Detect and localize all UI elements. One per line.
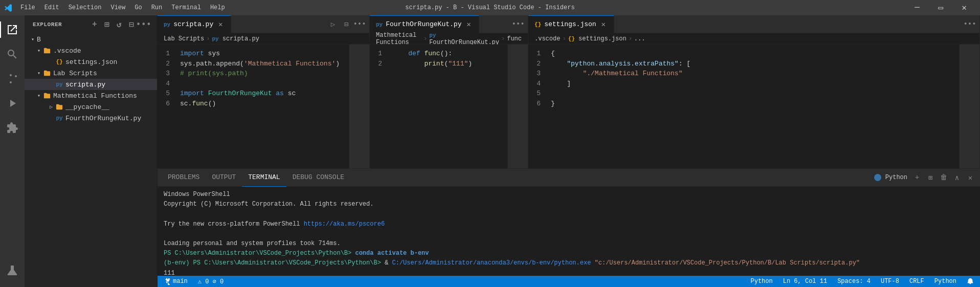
tab-debug-console[interactable]: DEBUG CONSOLE [286,169,350,187]
sidebar-new-file-btn[interactable]: + [90,19,100,30]
tree-item-scripta-py[interactable]: ▷ py scripta.py [25,79,157,90]
activity-testing[interactable] [0,258,25,283]
status-spaces[interactable]: Spaces: 4 [835,276,873,287]
code-editor-1[interactable]: 1 2 3 4 5 6 import sys sys.path.append('… [158,45,369,168]
more-actions-btn-2[interactable]: ••• [513,18,524,30]
editor-pane-2: py FourthOrRungeKut.py ✕ ••• Mathmetical… [370,15,528,168]
tree-item-B[interactable]: ▾ B [25,34,157,45]
status-branch[interactable]: main [162,276,190,287]
menu-selection[interactable]: Selection [64,3,106,12]
tab-fourthor-py[interactable]: py FourthOrRungeKut.py ✕ [370,15,479,33]
more-actions-btn-3[interactable]: ••• [964,18,975,30]
tab-close-fourthor[interactable]: ✕ [464,20,473,29]
line-num-3-3: 3 [528,69,545,79]
terminal-chevron-up[interactable]: ∧ [951,172,963,183]
status-notifications[interactable] [965,276,976,287]
tree-item-pycache[interactable]: ▷ __pycache__ [25,101,157,113]
sidebar-more-btn[interactable]: ••• [139,19,149,30]
tab-terminal[interactable]: TERMINAL [242,169,286,187]
maximize-button[interactable]: ▭ [929,0,952,15]
activity-source-control[interactable] [0,67,25,91]
folder-icon-vscode [43,47,51,55]
status-position[interactable]: Ln 6, Col 11 [781,276,829,287]
sidebar-refresh-btn[interactable]: ↺ [114,19,124,30]
tab-close-scripta[interactable]: ✕ [216,20,225,29]
tab-output[interactable]: OUTPUT [206,169,242,187]
tab-scripta-py[interactable]: py scripta.py ✕ [158,15,231,33]
breadcrumb-settings-file[interactable]: {} settings.json [568,35,627,42]
menu-terminal[interactable]: Terminal [167,3,205,12]
breadcrumb-fourthor-file[interactable]: py FourthOrRungeKut.py [429,32,499,46]
code-editor-2[interactable]: 1 2 def func(): print("111") [370,45,528,168]
tree-item-vscode[interactable]: ▾ .vscode [25,45,157,56]
menu-run[interactable]: Run [147,3,167,12]
minimize-button[interactable]: ─ [905,0,929,15]
line-num-3-2: 2 [528,59,545,69]
run-button-1[interactable]: ▷ [327,18,339,30]
status-lang[interactable]: Python [932,276,959,287]
status-eol[interactable]: CRLF [907,276,926,287]
breadcrumb-item-scripta[interactable]: py scripta.py [212,35,259,42]
more-actions-btn-1[interactable]: ••• [354,18,365,30]
title-bar: File Edit Selection View Go Run Terminal… [0,0,980,15]
code-content-2: def func(): print("111") [390,45,507,168]
editor-area: py scripta.py ✕ ▷ ⊟ ••• Lab Scripts › py [158,15,980,287]
line-num-3-6: 6 [528,99,545,109]
line-numbers-1: 1 2 3 4 5 6 [158,45,178,168]
split-editor-btn-1[interactable]: ⊟ [341,18,352,30]
tree-item-lab-scripts[interactable]: ▾ Lab Scripts [25,68,157,79]
activity-bar [0,15,25,287]
tab-icon-fourthor: py [376,21,383,28]
tab-problems[interactable]: PROBLEMS [162,169,206,187]
menu-go[interactable]: Go [130,3,146,12]
breadcrumb-sep-3b: › [629,35,632,42]
tree-item-fourthor-py[interactable]: ▷ py FourthOrRungeKut.py [25,113,157,124]
tree-label-settings-json: settings.json [65,58,117,66]
minimap-2 [507,45,528,168]
breadcrumb-mathmetical[interactable]: Mathmetical Functions [376,32,421,46]
tree-item-settings-json[interactable]: ▷ {} settings.json [25,56,157,68]
sidebar-new-folder-btn[interactable]: ⊞ [102,19,112,30]
status-lang-text: Python [934,278,956,285]
terminal-close-btn[interactable]: ✕ [965,172,976,183]
tree-arrow-pycache: ▷ [47,104,55,110]
breadcrumb-item-lab-scripts[interactable]: Lab Scripts [164,35,204,42]
tab-settings-json[interactable]: {} settings.json ✕ [528,15,614,33]
bell-icon [967,278,974,285]
close-button[interactable]: ✕ [952,0,976,15]
menu-file[interactable]: File [16,3,39,12]
activity-run-debug[interactable] [0,91,25,116]
terminal-add-btn[interactable]: + [911,172,923,183]
svg-point-0 [874,174,881,181]
vscode-logo [4,4,12,12]
tree-label-vscode: .vscode [53,47,81,55]
status-python[interactable]: Python [749,276,775,287]
tree-item-mathmetical-functions[interactable]: ▾ Mathmetical Functions [25,90,157,101]
breadcrumb-ellipsis[interactable]: ... [634,35,645,42]
sidebar-header: Explorer + ⊞ ↺ ⊟ ••• [25,15,157,34]
status-errors[interactable]: ⚠ 0 ⊘ 0 [196,276,226,287]
minimap-3 [959,45,979,168]
activity-extensions[interactable] [0,116,25,140]
menu-edit[interactable]: Edit [40,3,63,12]
terminal-panel: PROBLEMS OUTPUT TERMINAL DEBUG CONSOLE P… [158,168,980,276]
tree-label-pycache: __pycache__ [65,103,109,111]
tab-close-settings[interactable]: ✕ [599,20,608,29]
menu-help[interactable]: Help [206,3,229,12]
line-num-3-5: 5 [528,89,545,99]
breadcrumb-vscode[interactable]: .vscode [534,35,560,42]
activity-explorer[interactable] [0,17,25,42]
terminal-split-btn[interactable]: ⊞ [925,172,936,183]
menu-view[interactable]: View [106,3,129,12]
code-editor-3[interactable]: 1 2 3 4 5 6 { "python.analysis.extraPath… [528,45,979,168]
terminal-body[interactable]: Windows PowerShell Copyright (C) Microso… [158,187,980,276]
testing-icon[interactable] [0,258,25,283]
activity-search[interactable] [0,42,25,67]
sidebar-collapse-btn[interactable]: ⊟ [126,19,137,30]
terminal-kill-btn[interactable]: 🗑 [938,172,949,183]
breadcrumb-func[interactable]: func [507,35,522,42]
breadcrumb-icon-fourthor: py [429,32,436,38]
tree-label-lab-scripts: Lab Scripts [53,70,97,77]
status-encoding[interactable]: UTF-8 [879,276,901,287]
status-bar: main ⚠ 0 ⊘ 0 Python Ln 6, Col 11 Spaces:… [158,276,980,287]
